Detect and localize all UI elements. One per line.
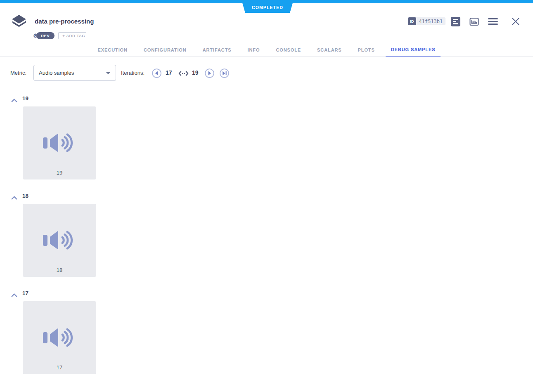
tab-console[interactable]: CONSOLE — [270, 43, 306, 57]
audio-sample-card[interactable]: 18 — [23, 204, 96, 277]
experiment-title: data pre-processing — [35, 18, 94, 25]
chevron-up-icon[interactable] — [11, 291, 17, 299]
iteration-range-icon — [178, 70, 189, 78]
iteration-heading: 19 — [22, 95, 28, 102]
add-tag-button[interactable]: + ADD TAG — [58, 32, 86, 39]
metric-select-value: Audio samples — [34, 70, 74, 76]
iteration-range-end: 19 — [192, 69, 199, 76]
iteration-section: 17 17 — [0, 290, 533, 387]
iteration-section: 19 19 — [0, 95, 533, 193]
id-value: 41f513b1 — [416, 19, 446, 24]
close-icon[interactable] — [512, 17, 520, 26]
previous-iteration-button[interactable] — [152, 68, 161, 78]
tab-plots[interactable]: PLOTS — [353, 43, 380, 57]
experiment-id-chip[interactable]: ID 41f513b1 — [408, 17, 445, 25]
iteration-section: 18 18 — [0, 193, 533, 290]
metric-select[interactable]: Audio samples — [33, 65, 116, 81]
speaker-icon — [43, 325, 76, 350]
id-badge: ID — [408, 17, 416, 25]
sample-caption: 17 — [23, 364, 96, 371]
tag-dev[interactable]: ⚙ DEV — [36, 32, 54, 39]
details-view-icon[interactable] — [451, 17, 460, 26]
tab-scalars[interactable]: SCALARS — [312, 43, 347, 57]
status-ribbon: COMPLETED — [242, 0, 294, 13]
speaker-icon — [43, 130, 76, 156]
menu-icon[interactable] — [488, 18, 498, 25]
status-label: COMPLETED — [252, 3, 283, 10]
sample-caption: 19 — [23, 170, 96, 176]
next-iteration-button[interactable] — [205, 68, 214, 78]
tab-info[interactable]: INFO — [242, 43, 265, 57]
audio-sample-card[interactable]: 19 — [23, 106, 96, 179]
iteration-heading: 18 — [22, 193, 28, 199]
iterations-label: Iterations: — [121, 70, 145, 76]
audio-sample-card[interactable]: 17 — [23, 301, 96, 374]
gear-icon: ⚙ — [33, 32, 38, 39]
tag-list: ⚙ DEV + ADD TAG — [36, 32, 86, 39]
metric-label: Metric: — [10, 70, 26, 76]
chevron-up-icon[interactable] — [11, 97, 17, 104]
tab-debug-samples[interactable]: DEBUG SAMPLES — [386, 43, 441, 57]
iteration-heading: 17 — [22, 290, 28, 296]
iteration-range-start: 17 — [166, 69, 172, 76]
plots-view-icon[interactable] — [469, 17, 479, 26]
tab-artifacts[interactable]: ARTIFACTS — [197, 43, 237, 57]
speaker-icon — [43, 227, 76, 253]
last-iteration-button[interactable] — [220, 68, 229, 78]
tab-execution[interactable]: EXECUTION — [92, 43, 133, 57]
experiment-type-icon — [11, 14, 27, 30]
caret-down-icon — [106, 72, 110, 74]
add-tag-label: + ADD TAG — [62, 33, 85, 38]
chevron-up-icon[interactable] — [11, 194, 17, 201]
tag-label: DEV — [41, 33, 50, 38]
tab-bar: EXECUTION CONFIGURATION ARTIFACTS INFO C… — [0, 43, 533, 57]
tab-configuration[interactable]: CONFIGURATION — [138, 43, 192, 57]
sample-caption: 18 — [23, 267, 96, 273]
